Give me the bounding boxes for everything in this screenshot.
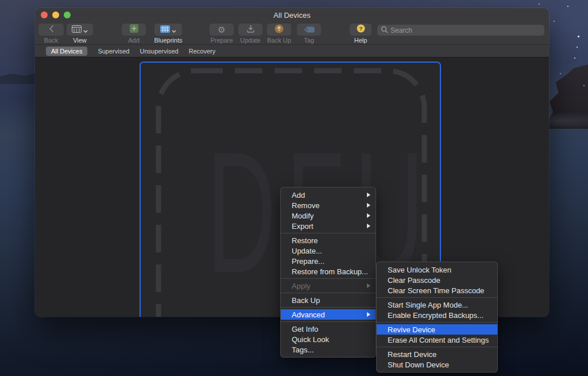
context-menu-item-export[interactable]: Export bbox=[281, 221, 376, 231]
context-menu-item-advanced[interactable]: Advanced bbox=[281, 309, 376, 320]
menu-item-label: Apply bbox=[292, 282, 311, 290]
chevron-left-icon bbox=[49, 25, 54, 35]
tab-all-devices[interactable]: All Devices bbox=[46, 47, 87, 56]
toolbar: Back View Add bbox=[35, 22, 549, 45]
menu-item-label: Update... bbox=[292, 247, 322, 255]
scope-tabbar: All Devices Supervised Unsupervised Reco… bbox=[35, 45, 549, 57]
advanced-submenu-item-start-single-app-mode[interactable]: Start Single App Mode... bbox=[377, 300, 497, 310]
menu-item-label: Back Up bbox=[292, 296, 320, 305]
menu-item-label: Export bbox=[292, 222, 314, 231]
view-label: View bbox=[63, 37, 97, 44]
advanced-submenu-item-revive-device[interactable]: Revive Device bbox=[377, 324, 497, 335]
tab-supervised[interactable]: Supervised bbox=[98, 48, 129, 55]
titlebar[interactable]: All Devices bbox=[35, 8, 549, 22]
menu-item-label: Get Info bbox=[292, 325, 318, 333]
context-menu: AddRemoveModifyExportRestoreUpdate...Pre… bbox=[280, 187, 376, 358]
menu-item-label: Tags... bbox=[292, 346, 314, 354]
context-menu-item-tags[interactable]: Tags... bbox=[281, 344, 376, 355]
advanced-submenu: Save Unlock TokenClear PasscodeClear Scr… bbox=[376, 262, 498, 373]
advanced-submenu-item-clear-passcode[interactable]: Clear Passcode bbox=[377, 275, 497, 285]
add-button[interactable]: Add bbox=[117, 24, 151, 44]
menu-item-label: Restart Device bbox=[388, 350, 436, 359]
tag-icon bbox=[304, 25, 315, 35]
menu-separator bbox=[281, 233, 376, 233]
tag-button[interactable]: Tag bbox=[292, 24, 326, 44]
help-button[interactable]: ? Help bbox=[346, 24, 375, 44]
star bbox=[577, 47, 578, 48]
menu-separator bbox=[281, 307, 376, 308]
help-label: Help bbox=[346, 37, 375, 44]
menu-item-label: Save Unlock Token bbox=[388, 266, 451, 274]
advanced-submenu-item-enable-encrypted-backups[interactable]: Enable Encrypted Backups... bbox=[377, 310, 497, 320]
backup-button[interactable]: Back Up bbox=[262, 24, 296, 44]
menu-item-label: Clear Screen Time Passcode bbox=[388, 286, 484, 295]
context-menu-item-remove[interactable]: Remove bbox=[281, 200, 376, 210]
menu-item-label: Advanced bbox=[292, 310, 325, 319]
menu-item-label: Erase All Content and Settings bbox=[388, 336, 489, 344]
add-label: Add bbox=[117, 37, 151, 44]
menu-separator bbox=[281, 321, 376, 322]
search-field[interactable] bbox=[377, 25, 544, 36]
view-button[interactable]: View bbox=[63, 24, 97, 44]
context-menu-item-modify[interactable]: Modify bbox=[281, 210, 376, 221]
submenu-arrow-icon bbox=[367, 224, 370, 228]
chevron-down-icon bbox=[172, 25, 176, 35]
star bbox=[578, 36, 579, 37]
context-menu-item-prepare[interactable]: Prepare... bbox=[281, 256, 376, 266]
context-menu-item-get-info[interactable]: Get Info bbox=[281, 324, 376, 334]
window-controls bbox=[41, 11, 71, 18]
tab-recovery[interactable]: Recovery bbox=[189, 48, 215, 55]
advanced-submenu-item-restart-device[interactable]: Restart Device bbox=[377, 349, 497, 359]
context-menu-item-restore[interactable]: Restore bbox=[281, 235, 376, 245]
star bbox=[554, 21, 555, 22]
view-grid-icon bbox=[72, 25, 82, 35]
search-icon bbox=[381, 25, 388, 36]
gear-icon: ⚙ bbox=[218, 25, 225, 34]
context-menu-item-add[interactable]: Add bbox=[281, 190, 376, 200]
menu-separator bbox=[281, 278, 376, 279]
advanced-submenu-item-erase-all-content-and-settings[interactable]: Erase All Content and Settings bbox=[377, 335, 497, 345]
star bbox=[539, 3, 540, 5]
submenu-arrow-icon bbox=[367, 203, 370, 208]
context-menu-item-apply[interactable]: Apply bbox=[281, 281, 376, 291]
context-menu-item-quick-look[interactable]: Quick Look bbox=[281, 334, 376, 344]
advanced-submenu-item-shut-down-device[interactable]: Shut Down Device bbox=[377, 359, 497, 370]
chevron-down-icon bbox=[83, 25, 88, 35]
add-plus-icon bbox=[130, 24, 138, 35]
advanced-submenu-item-clear-screen-time-passcode[interactable]: Clear Screen Time Passcode bbox=[377, 285, 497, 296]
search-input[interactable] bbox=[390, 26, 541, 34]
submenu-arrow-icon bbox=[367, 283, 370, 288]
close-button[interactable] bbox=[41, 11, 48, 18]
submenu-arrow-icon bbox=[367, 213, 370, 218]
minimize-button[interactable] bbox=[52, 11, 59, 18]
context-menu-item-update[interactable]: Update... bbox=[281, 245, 376, 256]
menu-item-label: Prepare... bbox=[292, 257, 324, 266]
menu-item-label: Restore bbox=[292, 236, 318, 245]
backup-label: Back Up bbox=[262, 37, 296, 44]
svg-text:?: ? bbox=[359, 25, 362, 32]
tab-unsupervised[interactable]: Unsupervised bbox=[140, 48, 178, 55]
menu-item-label: Modify bbox=[292, 212, 314, 220]
menu-item-label: Add bbox=[292, 191, 305, 199]
menu-item-label: Shut Down Device bbox=[388, 360, 449, 369]
star bbox=[583, 85, 585, 86]
submenu-arrow-icon bbox=[367, 312, 370, 317]
menu-separator bbox=[377, 347, 497, 347]
menu-separator bbox=[281, 293, 376, 293]
blueprints-label: Blueprints bbox=[148, 37, 188, 44]
zoom-button[interactable] bbox=[64, 11, 71, 18]
tag-label: Tag bbox=[292, 37, 326, 44]
menu-item-label: Clear Passcode bbox=[388, 276, 440, 285]
blueprints-button[interactable]: Blueprints bbox=[148, 24, 188, 44]
advanced-submenu-item-save-unlock-token[interactable]: Save Unlock Token bbox=[377, 264, 497, 275]
context-menu-item-back-up[interactable]: Back Up bbox=[281, 295, 376, 305]
submenu-arrow-icon bbox=[367, 193, 370, 197]
blueprints-grid-icon bbox=[160, 25, 170, 35]
window-title: All Devices bbox=[273, 11, 310, 20]
context-menu-item-restore-from-backup[interactable]: Restore from Backup... bbox=[281, 266, 376, 277]
menu-item-label: Revive Device bbox=[388, 325, 435, 334]
upload-circle-icon bbox=[274, 24, 284, 36]
menu-item-label: Remove bbox=[292, 201, 319, 210]
question-mark-icon: ? bbox=[357, 24, 365, 35]
menu-item-label: Start Single App Mode... bbox=[388, 301, 468, 309]
